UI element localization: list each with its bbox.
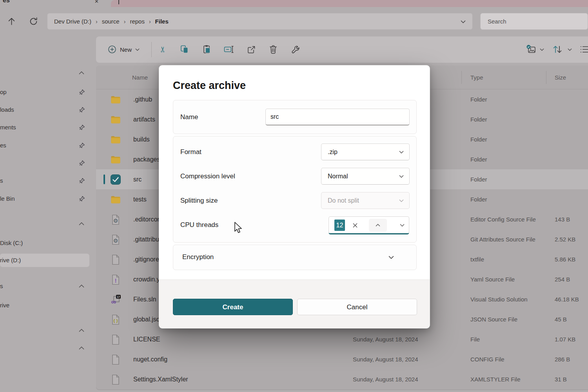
sidebar-item[interactable]: Disk (C:) — [0, 236, 96, 250]
delete-button[interactable] — [265, 42, 281, 57]
sidebar-item[interactable] — [0, 66, 96, 80]
tab-bar-background — [111, 0, 588, 7]
chevron-up-icon[interactable] — [79, 285, 84, 288]
cut-button[interactable]: ✂ — [155, 42, 171, 57]
cpu-threads-spinner[interactable]: 12 — [328, 216, 409, 234]
sort-icon — [552, 45, 563, 54]
sidebar-item[interactable] — [0, 341, 96, 355]
tab-title[interactable]: es — [3, 0, 10, 4]
breadcrumb-item[interactable]: Dev Drive (D:) — [54, 18, 91, 25]
sidebar-item[interactable]: rive — [0, 299, 96, 312]
chevron-up-icon[interactable] — [79, 347, 84, 350]
new-button-label: New — [120, 46, 132, 53]
checkbox-checked-icon[interactable] — [111, 174, 121, 185]
sidebar-item[interactable] — [0, 217, 96, 230]
refresh-icon — [29, 17, 38, 26]
column-separator[interactable] — [461, 71, 462, 84]
cancel-button[interactable]: Cancel — [297, 299, 417, 315]
file-row[interactable]: LICENSESunday, August 18, 2024File1.07 K… — [96, 329, 588, 349]
cpu-threads-value[interactable]: 12 — [334, 220, 345, 231]
file-row[interactable]: Settings.XamlStylerSunday, August 18, 20… — [96, 369, 588, 389]
svg-text:17: 17 — [117, 295, 120, 298]
properties-button[interactable] — [288, 42, 303, 57]
encryption-chevron[interactable] — [388, 256, 394, 259]
increment-button[interactable] — [369, 219, 387, 232]
file-name: packages — [133, 149, 160, 169]
rename-button[interactable] — [221, 42, 237, 57]
pin-icon[interactable] — [78, 89, 85, 96]
sidebar-item[interactable] — [0, 156, 96, 170]
pin-icon[interactable] — [78, 142, 85, 149]
sidebar-item[interactable]: le Bin — [0, 192, 96, 205]
column-header-size[interactable]: Size — [555, 65, 566, 89]
share-button[interactable] — [243, 42, 259, 57]
chevron-up-icon[interactable] — [79, 222, 84, 225]
file-type: Editor Config Source File — [470, 209, 536, 229]
compression-dropdown[interactable]: Normal — [321, 168, 410, 185]
sidebar-item[interactable]: ments — [0, 121, 96, 134]
view-options-chevron[interactable] — [538, 42, 545, 57]
sidebar-item[interactable] — [0, 324, 96, 337]
format-label: Format — [180, 144, 201, 160]
pin-icon[interactable] — [78, 178, 85, 184]
create-button[interactable]: Create — [173, 299, 293, 315]
splitting-label: Splitting size — [180, 192, 218, 209]
search-box[interactable] — [480, 13, 588, 30]
share-icon — [247, 45, 256, 54]
sidebar-item[interactable]: es — [0, 139, 96, 152]
file-size: 2.52 KB — [555, 229, 575, 249]
splitting-dropdown[interactable]: Do not split — [321, 192, 410, 209]
copy-button[interactable] — [177, 42, 192, 57]
search-input[interactable] — [481, 13, 588, 29]
sidebar-item-selected[interactable]: rive (D:) — [0, 254, 89, 267]
pin-icon[interactable] — [78, 160, 85, 167]
pin-icon[interactable] — [78, 107, 85, 113]
toolbar: New ✂ — [96, 36, 588, 63]
sidebar-item[interactable]: s — [0, 279, 96, 293]
address-bar[interactable]: Dev Drive (D:)›source›repos›Files — [47, 13, 473, 30]
file-name: tests — [133, 189, 147, 209]
compression-value: Normal — [328, 168, 348, 184]
sidebar-item[interactable]: op — [0, 85, 96, 99]
file-icon — [111, 254, 120, 265]
tab-close-icon[interactable]: ✕ — [94, 0, 99, 4]
file-type: JSON Source File — [470, 309, 517, 329]
visual-studio-icon: 17∞ — [110, 294, 121, 305]
sort-button[interactable] — [552, 42, 563, 57]
chevron-up-icon[interactable] — [79, 71, 84, 74]
nav-up-button[interactable] — [7, 17, 17, 27]
file-name: Files.sln — [133, 289, 156, 309]
breadcrumb-item[interactable]: source — [102, 18, 120, 25]
new-button[interactable]: New — [104, 42, 143, 57]
folder-icon — [111, 196, 121, 204]
svg-text:∞: ∞ — [111, 298, 116, 305]
file-name: LICENSE — [133, 329, 160, 349]
format-dropdown[interactable]: .zip — [321, 143, 410, 160]
archive-name-input[interactable] — [265, 109, 410, 125]
mouse-cursor — [234, 222, 243, 234]
pin-icon[interactable] — [78, 124, 85, 131]
file-row[interactable]: nuget.configSunday, August 18, 2024CONFI… — [96, 349, 588, 369]
file-size: 1.07 KB — [555, 329, 575, 349]
column-separator[interactable] — [546, 71, 546, 84]
column-header-name[interactable]: Name — [132, 65, 148, 89]
clear-icon[interactable] — [352, 223, 358, 228]
file-size: 45 B — [555, 309, 567, 329]
address-dropdown-button[interactable] — [461, 20, 466, 24]
column-header-type[interactable]: Type — [470, 65, 483, 89]
chevron-up-icon[interactable] — [79, 329, 84, 332]
file-size: 286 B — [555, 349, 570, 369]
pin-icon[interactable] — [78, 196, 85, 202]
breadcrumb-item[interactable]: Files — [155, 18, 169, 25]
paste-button[interactable] — [199, 42, 215, 57]
view-options-button[interactable] — [525, 42, 537, 57]
sort-chevron[interactable] — [566, 42, 573, 57]
breadcrumb-item[interactable]: repos — [130, 18, 145, 25]
plus-circle-icon — [108, 45, 116, 54]
sidebar-item[interactable]: s — [0, 174, 96, 187]
breadcrumb: Dev Drive (D:)›source›repos›Files — [54, 13, 169, 29]
nav-refresh-button[interactable] — [29, 17, 39, 27]
details-view-button[interactable] — [580, 42, 588, 57]
decrement-button[interactable] — [395, 219, 410, 232]
sidebar-item[interactable]: loads — [0, 103, 96, 116]
